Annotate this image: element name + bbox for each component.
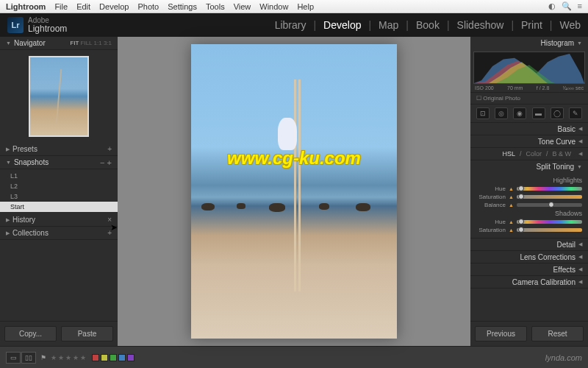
module-print[interactable]: Print (521, 19, 542, 31)
shadows-hue-slider[interactable]: Hue▲ (476, 219, 582, 225)
color-label-red[interactable] (92, 354, 99, 361)
snapshot-item[interactable]: L3 (0, 191, 118, 202)
previous-button[interactable]: Previous (475, 326, 527, 342)
app-logo: Lr Adobe Lightroom (7, 17, 67, 33)
gradient-tool-icon[interactable]: ▬ (532, 107, 545, 119)
chevron-down-icon: ▼ (6, 160, 11, 165)
plus-icon[interactable]: − + (100, 158, 112, 167)
chevron-right-icon: ◀ (578, 266, 582, 272)
flag-icon[interactable]: ⚑ (40, 354, 46, 361)
menu-tools[interactable]: Tools (206, 2, 225, 11)
navigator-panel-header[interactable]: ▼ Navigator FIT FILL 1:1 3:1 (0, 37, 118, 50)
snapshots-panel-header[interactable]: ▼ Snapshots − + (0, 156, 118, 169)
menu-window[interactable]: Window (259, 2, 288, 11)
module-slideshow[interactable]: Slideshow (457, 19, 504, 31)
color-label-purple[interactable] (127, 354, 135, 361)
lens-panel-header[interactable]: Lens Corrections◀ (470, 251, 588, 263)
search-icon[interactable]: 🔍 (562, 1, 572, 11)
navigator-thumbnail[interactable] (0, 50, 118, 143)
compare-view-icon[interactable]: ▯▯ (21, 352, 36, 364)
loupe-view-icon[interactable]: ▭ (6, 352, 21, 364)
watermark-text: www.cg-ku.com (227, 148, 361, 169)
lynda-watermark: lynda.com (545, 353, 582, 362)
histogram-display[interactable]: ISO 200 70 mm f / 2.8 ¹⁄₄₀₀₀ sec (470, 49, 588, 93)
balance-slider[interactable]: Balance▲ (476, 202, 582, 208)
snapshot-item[interactable]: L1 (0, 171, 118, 181)
chevron-down-icon: ▼ (577, 164, 582, 169)
tonecurve-panel-header[interactable]: Tone Curve◀ (470, 135, 588, 147)
module-map[interactable]: Map (379, 19, 398, 31)
module-book[interactable]: Book (416, 19, 440, 31)
cloud-icon[interactable]: ◐ (548, 1, 556, 11)
module-develop[interactable]: Develop (323, 19, 361, 31)
basic-panel-header[interactable]: Basic◀ (470, 123, 588, 135)
collections-panel-header[interactable]: ▶ Collections + (0, 227, 118, 240)
history-panel-header[interactable]: ▶ History × (0, 213, 118, 227)
hsl-panel-header[interactable]: HSL/ Color/ B & W ◀ (470, 148, 588, 160)
color-label-yellow[interactable] (101, 354, 108, 361)
navigator-zoom-options[interactable]: FIT FILL 1:1 3:1 (70, 40, 112, 46)
chevron-right-icon: ◀ (578, 254, 582, 260)
copy-button[interactable]: Copy... (4, 326, 57, 342)
os-menubar: Lightroom File Edit Develop Photo Settin… (0, 0, 588, 13)
color-label-blue[interactable] (118, 354, 126, 361)
chevron-right-icon: ◀ (578, 126, 582, 132)
detail-panel-header[interactable]: Detail◀ (470, 238, 588, 250)
module-web[interactable]: Web (559, 19, 581, 31)
menu-settings[interactable]: Settings (168, 2, 197, 11)
color-label-green[interactable] (110, 354, 117, 361)
chevron-down-icon: ▼ (577, 40, 582, 46)
plus-icon[interactable]: + (107, 145, 112, 153)
snapshot-item-selected[interactable]: Start (0, 202, 118, 212)
color-labels (92, 354, 135, 361)
menu-develop[interactable]: Develop (99, 2, 129, 11)
menubar-app[interactable]: Lightroom (6, 2, 46, 11)
module-picker: Library| Develop| Map| Book| Slideshow| … (275, 19, 581, 31)
snapshot-item[interactable]: L2 (0, 181, 118, 191)
bottom-toolbar: ▭ ▯▯ ⚑ ★★★★★ lynda.com (0, 346, 588, 368)
menu-edit[interactable]: Edit (76, 2, 90, 11)
highlights-label: Highlights (476, 177, 582, 184)
spot-tool-icon[interactable]: ◎ (495, 107, 508, 119)
paste-button[interactable]: Paste (61, 326, 113, 342)
color-tab[interactable]: Color (526, 150, 542, 158)
canvas-area[interactable]: www.cg-ku.com (118, 37, 470, 346)
highlights-sat-slider[interactable]: Saturation▲ (476, 194, 582, 200)
menu-photo[interactable]: Photo (137, 2, 159, 11)
radial-tool-icon[interactable]: ◯ (551, 107, 564, 119)
histogram-iso: ISO 200 (475, 85, 494, 91)
close-icon[interactable]: × (107, 216, 112, 224)
menu-file[interactable]: File (54, 2, 68, 11)
highlights-hue-slider[interactable]: Hue▲ (476, 185, 582, 192)
star-rating[interactable]: ★★★★★ (51, 354, 87, 361)
presets-panel-header[interactable]: ▶ Presets + (0, 143, 118, 156)
menu-help[interactable]: Help (297, 2, 314, 11)
redeye-tool-icon[interactable]: ◉ (513, 107, 526, 119)
snapshots-title: Snapshots (14, 158, 100, 166)
module-library[interactable]: Library (275, 19, 306, 31)
shadows-sat-slider[interactable]: Saturation▲ (476, 227, 582, 233)
snapshots-list: L1 L2 L3 Start (0, 169, 118, 213)
hsl-tab[interactable]: HSL (502, 150, 515, 158)
crop-tool-icon[interactable]: ⊡ (476, 107, 490, 119)
view-mode-buttons: ▭ ▯▯ (6, 352, 36, 364)
bw-tab[interactable]: B & W (552, 150, 571, 158)
histogram-panel-header[interactable]: Histogram ▼ (470, 37, 588, 49)
chevron-right-icon: ▶ (6, 146, 10, 152)
chevron-right-icon: ▶ (6, 217, 10, 223)
photo-canvas[interactable] (191, 44, 397, 339)
menu-view[interactable]: View (234, 2, 251, 11)
hamburger-icon[interactable]: ≡ (578, 1, 582, 11)
chevron-right-icon: ▶ (6, 230, 10, 236)
chevron-right-icon: ◀ (578, 279, 582, 285)
original-photo-toggle[interactable]: ☐ Original Photo (470, 93, 588, 105)
reset-button[interactable]: Reset (531, 326, 584, 342)
effects-panel-header[interactable]: Effects◀ (470, 263, 588, 275)
brush-tool-icon[interactable]: ✎ (569, 107, 582, 119)
splittoning-panel-header[interactable]: Split Toning▼ (470, 160, 588, 172)
plus-icon[interactable]: + (107, 229, 112, 237)
presets-title: Presets (12, 145, 107, 153)
histogram-shutter: ¹⁄₄₀₀₀ sec (563, 85, 584, 91)
calibration-panel-header[interactable]: Camera Calibration◀ (470, 276, 588, 288)
brand-name: Lightroom (28, 24, 67, 33)
